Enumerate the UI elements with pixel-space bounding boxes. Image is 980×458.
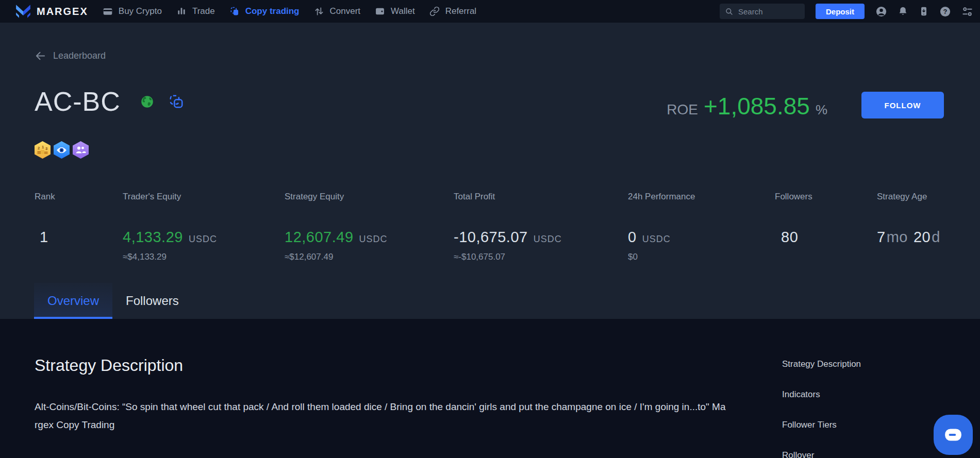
stat-value: -10,675.07 — [454, 229, 528, 246]
tab-followers[interactable]: Followers — [112, 283, 192, 319]
top-navbar: MARGEX Buy Crypto Trade Copy trading Con… — [0, 0, 980, 23]
nav-item-referral[interactable]: Referral — [422, 6, 484, 16]
chat-bubble-icon — [943, 427, 963, 443]
nav-item-copy-trading[interactable]: Copy trading — [222, 6, 307, 16]
trader-header-section: Leaderboard AC-BC ROE +1,085.85 % FOLLOW — [0, 23, 980, 319]
title-row: AC-BC ROE +1,085.85 % FOLLOW — [35, 87, 944, 116]
main-nav: Buy Crypto Trade Copy trading Convert Wa… — [95, 6, 484, 16]
nav-label: Wallet — [391, 6, 415, 16]
stat-age-months: 7 — [877, 229, 886, 246]
stat-approx: ≈$4,133.29 — [123, 252, 285, 262]
convert-arrows-icon — [314, 6, 324, 16]
stat-value: 0 — [628, 229, 637, 246]
stat-label: Followers — [775, 192, 877, 202]
roe-value: +1,085.85 — [704, 92, 810, 120]
section-link-follower-tiers[interactable]: Follower Tiers — [782, 420, 837, 430]
help-icon[interactable]: ? — [939, 6, 951, 18]
notifications-bell-icon[interactable] — [898, 6, 908, 17]
nav-item-trade[interactable]: Trade — [169, 6, 222, 16]
stat-traders-equity: Trader's Equity 4,133.29 USDC ≈$4,133.29 — [123, 192, 285, 262]
mobile-app-icon[interactable] — [919, 6, 929, 17]
stat-label: Strategy Equity — [285, 192, 454, 202]
stat-approx: ≈$12,607.49 — [285, 252, 454, 262]
section-link-indicators[interactable]: Indicators — [782, 389, 820, 400]
section-link-strategy-description[interactable]: Strategy Description — [782, 359, 861, 369]
stat-approx: ≈-$10,675.07 — [454, 252, 628, 262]
svg-text:3: 3 — [45, 146, 47, 151]
card-icon — [103, 6, 113, 16]
stat-strategy-age: Strategy Age 7 mo 20 d — [877, 192, 944, 262]
stat-value: 80 — [781, 229, 798, 246]
followers-people-badge — [73, 141, 89, 159]
search-input[interactable] — [737, 7, 794, 16]
link-icon — [429, 6, 440, 16]
stat-label: Rank — [35, 192, 123, 202]
section-nav: Strategy Description Indicators Follower… — [782, 356, 944, 458]
stat-rank: Rank 1 — [35, 192, 123, 262]
badge-row: 2 1 3 — [35, 141, 944, 159]
stat-24h-performance: 24h Performance 0 USDC $0 — [628, 192, 775, 262]
stat-followers: Followers 80 — [775, 192, 877, 262]
navbar-icon-group: ? — [875, 6, 973, 18]
breadcrumb-label: Leaderboard — [53, 50, 106, 61]
globe-icon — [140, 95, 154, 109]
nav-item-wallet[interactable]: Wallet — [368, 6, 422, 16]
svg-text:2: 2 — [38, 146, 40, 150]
svg-text:?: ? — [943, 8, 948, 15]
stat-value: 12,607.49 — [285, 229, 354, 246]
deposit-button[interactable]: Deposit — [816, 4, 865, 19]
strategy-description-text: Alt-Coins/Bit-Coins: “So spin that wheel… — [35, 398, 728, 434]
stat-value: 1 — [40, 229, 48, 246]
follow-button[interactable]: FOLLOW — [861, 92, 944, 118]
wallet-icon — [375, 6, 385, 16]
nav-item-convert[interactable]: Convert — [307, 6, 368, 16]
copy-strategy-icon[interactable] — [169, 94, 184, 109]
preferences-icon[interactable] — [961, 6, 973, 18]
stat-unit: USDC — [189, 234, 217, 245]
nav-label: Buy Crypto — [119, 6, 162, 16]
stat-age-days: 20 — [913, 229, 931, 246]
nav-item-buy-crypto[interactable]: Buy Crypto — [95, 6, 169, 16]
margex-logo-icon — [15, 4, 31, 19]
stat-total-profit: Total Profit -10,675.07 USDC ≈-$10,675.0… — [454, 192, 628, 262]
section-heading: Strategy Description — [35, 356, 730, 375]
stat-label: Trader's Equity — [123, 192, 285, 202]
stat-age-days-unit: d — [932, 229, 940, 246]
roe-label: ROE — [667, 101, 698, 118]
page-title: AC-BC — [35, 87, 121, 116]
svg-text:1: 1 — [42, 145, 44, 149]
nav-label: Referral — [445, 6, 476, 16]
search-icon — [725, 7, 733, 15]
roe-block: ROE +1,085.85 % — [667, 92, 827, 120]
chat-widget-button[interactable] — [934, 415, 973, 455]
breadcrumb[interactable]: Leaderboard — [35, 23, 106, 62]
chart-bars-icon — [176, 6, 187, 16]
stat-age-months-unit: mo — [887, 229, 908, 246]
stat-unit: USDC — [534, 234, 562, 245]
tab-bar: Overview Followers — [34, 283, 192, 319]
stat-strategy-equity: Strategy Equity 12,607.49 USDC ≈$12,607.… — [285, 192, 454, 262]
strategy-description-block: Strategy Description Alt-Coins/Bit-Coins… — [35, 356, 730, 458]
nav-label: Trade — [192, 6, 215, 16]
nav-label: Copy trading — [245, 6, 300, 16]
stat-approx: $0 — [628, 252, 775, 262]
stat-label: Total Profit — [454, 192, 628, 202]
roe-unit: % — [816, 102, 827, 118]
search-box[interactable] — [720, 4, 805, 19]
section-link-rollover[interactable]: Rollover — [782, 450, 814, 458]
tab-overview[interactable]: Overview — [34, 283, 112, 319]
stat-label: Strategy Age — [877, 192, 944, 202]
brand-name: MARGEX — [37, 6, 88, 18]
stat-value: 4,133.29 — [123, 229, 183, 246]
nav-label: Convert — [330, 6, 361, 16]
rank-podium-badge: 2 1 3 — [35, 141, 51, 159]
overview-section: Strategy Description Alt-Coins/Bit-Coins… — [0, 319, 980, 458]
stat-unit: USDC — [359, 234, 388, 245]
account-icon[interactable] — [875, 6, 887, 18]
stat-unit: USDC — [642, 234, 671, 245]
margex-brand[interactable]: MARGEX — [15, 4, 88, 19]
stats-row: Rank 1 Trader's Equity 4,133.29 USDC ≈$4… — [35, 192, 944, 262]
watchers-eye-badge — [54, 141, 70, 159]
stat-label: 24h Performance — [628, 192, 775, 202]
copy-icon — [229, 6, 240, 16]
